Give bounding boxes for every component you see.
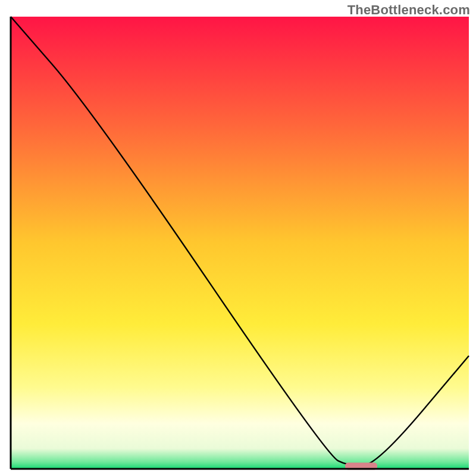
plot-area <box>11 17 469 469</box>
watermark-text: TheBottleneck.com <box>347 2 470 18</box>
chart-container: TheBottleneck.com <box>0 0 476 476</box>
bottleneck-chart <box>0 0 476 476</box>
